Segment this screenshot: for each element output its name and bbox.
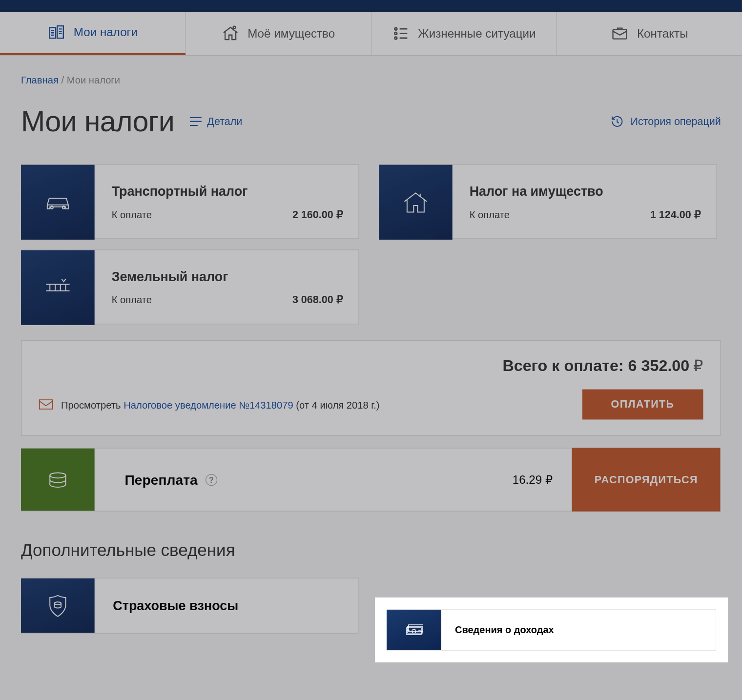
tax-card-land[interactable]: Земельный налог К оплате 3 068.00 ₽	[21, 249, 359, 324]
house-icon	[379, 165, 453, 240]
mail-icon	[611, 24, 629, 43]
dispose-button[interactable]: РАСПОРЯДИТЬСЯ	[572, 448, 720, 511]
tab-life-situations[interactable]: Жизненные ситуации	[371, 12, 557, 55]
info-card-income[interactable]: Сведения о доходах	[387, 609, 716, 651]
highlight-panel: Сведения о доходах	[375, 597, 728, 662]
tab-my-taxes[interactable]: Мои налоги	[0, 12, 186, 55]
main-tabs: Мои налоги Моё имущество Жизненные ситуа…	[0, 12, 742, 56]
svg-point-2	[233, 26, 236, 29]
tax-amount: 1 124.00 ₽	[650, 208, 701, 221]
details-link[interactable]: Детали	[190, 116, 242, 127]
svg-rect-1	[57, 25, 63, 38]
tab-label: Моё имущество	[247, 26, 335, 40]
history-icon	[611, 115, 624, 128]
coins-icon	[21, 449, 95, 511]
list-icon	[392, 24, 411, 43]
overpay-amount: 16.29 ₽	[513, 473, 553, 487]
page-title: Мои налоги	[21, 105, 174, 138]
help-icon[interactable]: ?	[206, 474, 217, 485]
tax-card-property[interactable]: Налог на имущество К оплате 1 124.00 ₽	[379, 164, 717, 239]
shield-icon	[21, 578, 95, 633]
tax-title: Земельный налог	[112, 269, 343, 284]
info-card-insurance[interactable]: Страховые взносы	[21, 578, 359, 634]
breadcrumb: Главная / Мои налоги	[21, 74, 721, 85]
document-icon	[47, 23, 66, 42]
tax-title: Транспортный налог	[112, 184, 343, 199]
svg-rect-6	[613, 30, 627, 39]
overpay-title: Переплата	[125, 472, 198, 487]
svg-point-11	[55, 602, 61, 604]
svg-point-3	[394, 28, 397, 30]
pay-label: К оплате	[470, 209, 510, 220]
tax-title: Налог на имущество	[470, 184, 701, 199]
menu-icon	[190, 117, 202, 126]
pay-label: К оплате	[112, 209, 152, 220]
total-box: Всего к оплате: 6 352.00 ₽ Просмотреть Н…	[21, 340, 721, 436]
info-title: Страховые взносы	[113, 598, 238, 613]
pay-button[interactable]: ОПЛАТИТЬ	[582, 390, 703, 420]
tax-amount: 3 068.00 ₽	[292, 293, 343, 306]
money-stack-icon	[387, 610, 441, 650]
svg-point-7	[51, 206, 53, 208]
svg-point-10	[50, 473, 65, 478]
info-title: Сведения о доходах	[455, 624, 554, 636]
land-icon	[21, 250, 95, 325]
tab-label: Жизненные ситуации	[418, 26, 536, 40]
tax-notice: Просмотреть Налоговое уведомление №14318…	[39, 399, 379, 410]
svg-point-15	[412, 629, 416, 633]
tax-amount: 2 160.00 ₽	[292, 208, 343, 221]
top-banner	[0, 0, 742, 12]
pay-label: К оплате	[112, 294, 152, 306]
svg-point-5	[394, 37, 397, 40]
svg-point-4	[394, 32, 397, 35]
total-label: Всего к оплате:	[502, 356, 623, 375]
overpayment-card[interactable]: Переплата ? 16.29 ₽ РАСПОРЯДИТЬСЯ	[21, 448, 721, 511]
envelope-icon	[39, 399, 53, 410]
svg-point-8	[62, 206, 65, 208]
car-icon	[21, 165, 95, 240]
breadcrumb-current: Мои налоги	[67, 74, 120, 85]
tax-card-transport[interactable]: Транспортный налог К оплате 2 160.00 ₽	[21, 164, 359, 239]
tab-contacts[interactable]: Контакты	[557, 12, 742, 55]
breadcrumb-home[interactable]: Главная	[21, 74, 59, 85]
total-amount: 6 352.00	[628, 356, 690, 375]
tab-label: Контакты	[637, 26, 688, 40]
tab-label: Мои налоги	[74, 25, 138, 39]
history-link[interactable]: История операций	[611, 115, 721, 128]
notice-link[interactable]: Налоговое уведомление №14318079	[124, 399, 293, 410]
tab-my-property[interactable]: Моё имущество	[186, 12, 371, 55]
house-icon	[221, 24, 240, 43]
section-title: Дополнительные сведения	[21, 540, 721, 561]
ruble-sign: ₽	[693, 356, 703, 375]
svg-rect-9	[40, 400, 53, 409]
